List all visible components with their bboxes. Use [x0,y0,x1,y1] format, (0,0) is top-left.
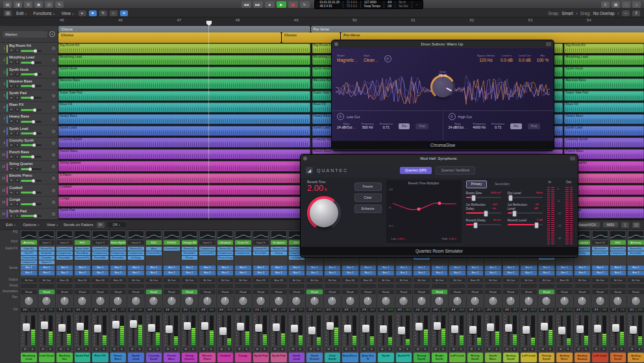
channel-fader[interactable] [523,326,530,334]
volume-slider[interactable] [21,121,42,123]
menu-functions[interactable]: Functions ∨ [31,11,56,16]
send-slot[interactable]: Bus 1 [182,266,198,270]
group-slot[interactable] [253,284,269,288]
channel-name[interactable]: LoFi Lead [521,353,537,362]
output-slot[interactable]: St Out [146,278,162,282]
input-slot[interactable]: Vintage B3 [182,240,198,245]
channel-name[interactable]: Electric Piano [199,353,216,362]
fx-slot[interactable]: Stereo EQ [128,247,144,251]
solo-button[interactable]: S [226,347,232,351]
output-slot[interactable]: St Out [306,278,323,282]
output-slot[interactable]: St Out [21,278,37,282]
group-slot[interactable] [92,284,108,288]
channel-fader[interactable] [362,325,369,332]
output-slot[interactable]: St Out [610,278,626,282]
volume-readout[interactable]: -3.3 [592,308,600,312]
automation-icon[interactable]: A [120,10,128,16]
slider-handle[interactable] [473,222,478,229]
fx-slot[interactable]: Stereo EQ [628,247,644,251]
reverb-time-knob[interactable] [307,196,341,230]
track-header[interactable]: 5Synth PadMS [0,90,58,102]
fx-slot[interactable]: Noise Gate [75,247,91,251]
bar-ruler[interactable]: 45464748495051525354 [0,18,644,27]
fx-slot[interactable]: Channel EQ [56,247,73,251]
peak-readout[interactable]: -11.0 [154,308,162,312]
mute-button[interactable]: M [58,347,64,351]
mute-button[interactable]: M [9,108,14,112]
volume-readout[interactable]: -2.7 [610,308,618,312]
send-slot[interactable]: Bus 1 [414,266,430,270]
send-slot[interactable]: Bus 2 [182,271,198,275]
group-slot[interactable] [289,284,305,288]
solo-button[interactable]: S [15,96,19,100]
pan-knob[interactable] [51,211,56,217]
peak-readout[interactable]: -8.4 [368,308,376,312]
eq-thumbnail[interactable] [164,231,179,239]
output-slot[interactable]: Bus 23 [253,278,269,282]
group-slot[interactable] [325,284,341,288]
resonance-field[interactable]: Resonance 0.71 [380,122,393,130]
pan-knob[interactable] [417,296,427,306]
play-button[interactable]: ▶ [277,1,286,8]
input-slot[interactable]: Drum Kit [235,240,251,245]
channel-fader[interactable] [184,322,191,330]
list-editors-icon[interactable]: ≡ [601,1,610,8]
input-slot[interactable]: Input 1 [39,240,55,245]
eq-thumbnail[interactable] [110,231,125,239]
library-icon[interactable]: ▤ [3,1,12,8]
send-slot[interactable]: Bus 2 [378,271,394,275]
group-slot[interactable] [235,284,251,288]
volume-readout[interactable]: -0.9 [199,308,207,312]
drive-knob[interactable]: Drive 75 % [430,75,455,99]
mute-button[interactable]: M [272,347,278,351]
mute-button[interactable]: M [129,347,135,351]
solo-button[interactable]: S [297,347,303,351]
enhance-button[interactable]: Enhance [354,205,382,213]
slider-handle[interactable] [471,195,476,201]
output-slot[interactable]: St Out [521,278,537,282]
peak-readout[interactable]: -13.0 [636,308,644,312]
send-slot[interactable]: Bus 1 [146,266,162,270]
fx-slot[interactable]: Ensemble [92,256,108,260]
fx-slot[interactable]: Compressor [235,251,251,255]
eq-thumbnail[interactable] [236,231,251,239]
send-slot[interactable]: Bus 2 [414,271,430,275]
pan-knob[interactable] [24,296,34,306]
mixer-channel-strip[interactable]: Input 6Channel EQEnsembleBus 1Bus 2Bus 2… [252,230,270,362]
secondary-button[interactable]: Secondary [490,181,514,188]
output-slot[interactable]: St Out [592,278,608,282]
fx-slot[interactable]: Ensemble [110,256,127,260]
channel-fader[interactable] [219,327,227,335]
mute-button[interactable]: M [326,347,332,351]
output-slot[interactable]: St Out [164,278,180,282]
volume-slider[interactable] [21,97,42,99]
browsers-icon[interactable]: ⌕ [632,1,641,8]
fx-slot[interactable]: Channel EQ [610,247,626,251]
mute-button[interactable]: M [433,347,439,351]
channel-fader[interactable] [237,323,244,331]
automation-mode[interactable]: Read [92,290,108,294]
channel-name[interactable]: Riser FX [92,353,108,362]
mixer-menu-edit[interactable]: Edit ∨ [4,223,18,227]
mute-button[interactable]: M [9,179,14,182]
send-slot[interactable]: Bus 1 [217,266,234,270]
group-slot[interactable] [592,284,608,288]
send-slot[interactable]: Bus 1 [396,266,412,270]
solo-button[interactable]: S [333,347,339,351]
input-slot[interactable]: Sculpture [271,240,287,245]
fx-slot[interactable]: Channel EQ [199,251,216,255]
mute-button[interactable]: M [451,347,456,351]
channel-fader[interactable] [255,324,262,332]
note-pads-icon[interactable]: ▦ [612,1,620,8]
group-slot[interactable] [21,284,37,288]
track-header[interactable]: 4Massive BassMS [0,79,58,90]
channel-fader[interactable] [273,323,280,331]
input-slot[interactable]: Input 5 [199,240,216,245]
input-slot[interactable]: Input 4 [128,240,144,245]
peak-readout[interactable]: -13.1 [172,308,180,312]
group-slot[interactable] [485,284,501,288]
volume-readout[interactable]: -6.8 [467,308,475,312]
peak-readout[interactable]: 0.8 [101,308,108,312]
send-slot[interactable]: Bus 1 [539,266,555,270]
mute-button[interactable]: M [76,347,82,351]
